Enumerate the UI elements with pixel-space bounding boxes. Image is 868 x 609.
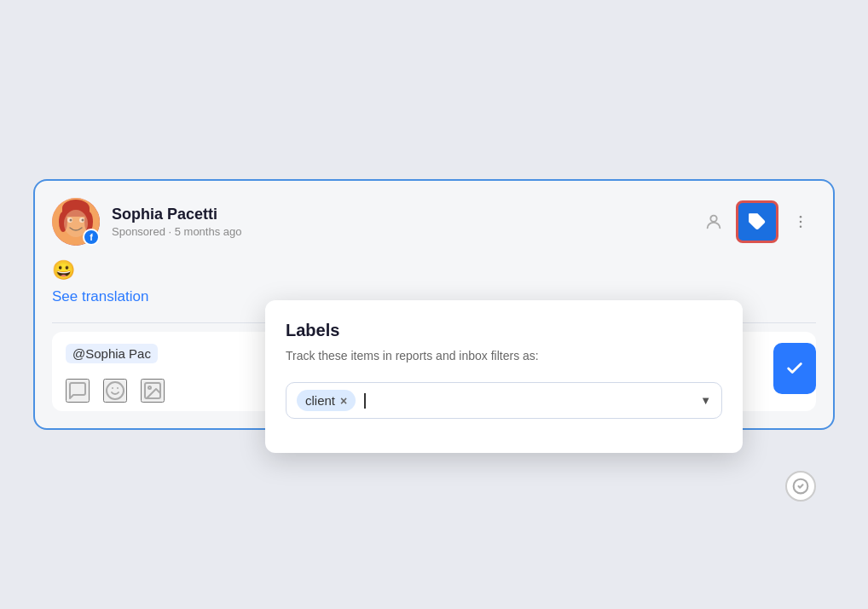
labels-popup: Labels Track these items in reports and … <box>265 300 743 453</box>
header-actions <box>698 200 816 243</box>
post-meta: Sophia Pacetti Sponsored · 5 months ago <box>112 206 698 238</box>
labels-popup-title: Labels <box>286 321 722 340</box>
check-button[interactable] <box>785 471 816 502</box>
more-icon <box>792 213 809 230</box>
more-button[interactable] <box>785 206 816 237</box>
svg-point-10 <box>710 216 716 222</box>
mention-tag: @Sophia Pac <box>66 344 158 363</box>
main-card: f Sophia Pacetti Sponsored · 5 months ag… <box>33 179 835 430</box>
emoji-row: 😀 <box>52 259 816 281</box>
svg-point-19 <box>148 386 151 389</box>
svg-point-12 <box>800 216 802 218</box>
chip-close-button[interactable]: × <box>340 395 347 407</box>
send-button[interactable] <box>773 343 816 394</box>
dropdown-arrow[interactable]: ▼ <box>700 394 711 407</box>
svg-point-14 <box>800 226 802 229</box>
emoji: 😀 <box>52 259 75 281</box>
reply-toolbar-button[interactable] <box>66 379 90 403</box>
label-text-input[interactable] <box>362 393 693 409</box>
labels-popup-description: Track these items in reports and inbox f… <box>286 347 722 365</box>
tag-button[interactable] <box>736 200 778 243</box>
emoji-toolbar-button[interactable] <box>103 379 127 403</box>
svg-point-13 <box>800 221 802 223</box>
reply-icon <box>67 380 88 401</box>
labels-input-row[interactable]: client × ▼ <box>286 382 722 419</box>
emoji-icon <box>105 380 125 401</box>
svg-point-15 <box>107 382 124 399</box>
person-button[interactable] <box>698 206 729 237</box>
post-author: Sophia Pacetti <box>112 206 698 223</box>
avatar: f <box>52 198 100 246</box>
tag-icon <box>748 212 767 231</box>
person-icon <box>704 212 723 231</box>
facebook-badge: f <box>83 229 100 246</box>
send-icon <box>785 359 804 378</box>
text-cursor <box>364 393 366 409</box>
image-icon <box>142 380 163 401</box>
check-icon <box>792 478 809 495</box>
post-subtitle: Sponsored · 5 months ago <box>112 225 698 238</box>
see-translation-link[interactable]: See translation <box>52 288 148 305</box>
image-toolbar-button[interactable] <box>141 379 165 403</box>
post-header: f Sophia Pacetti Sponsored · 5 months ag… <box>52 198 816 246</box>
chip-text: client <box>305 393 335 408</box>
label-chip-client: client × <box>297 390 356 411</box>
